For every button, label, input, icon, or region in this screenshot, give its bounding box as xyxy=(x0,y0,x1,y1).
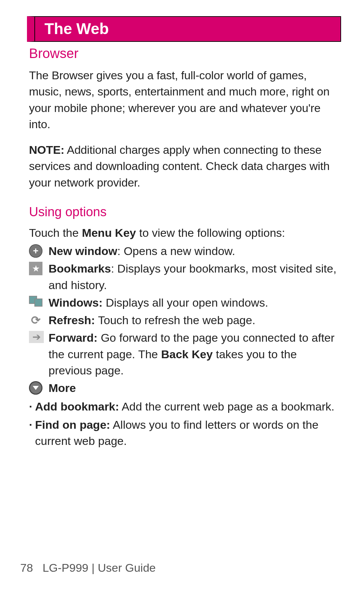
option-desc: Opens a new window. xyxy=(124,245,235,257)
forward-icon: ➔ xyxy=(29,331,44,344)
option-more: More xyxy=(29,380,341,396)
option-label: New window xyxy=(49,245,117,257)
menu-key-label: Menu Key xyxy=(82,226,136,239)
bullet-label: Find on page: xyxy=(35,418,110,431)
bullet-find-on-page: · Find on page: Allows you to find lette… xyxy=(29,417,341,449)
section-heading-browser: Browser xyxy=(29,46,341,61)
page-number: 78 xyxy=(20,561,33,574)
doc-title: User Guide xyxy=(98,561,156,574)
option-label: Bookmarks xyxy=(49,262,111,275)
refresh-icon: ⟳ xyxy=(29,313,44,327)
bookmark-icon: ★ xyxy=(29,262,44,275)
option-label: Forward: xyxy=(49,331,97,344)
back-key-label: Back Key xyxy=(161,348,213,361)
new-window-icon: + xyxy=(29,244,44,258)
bullet-dot-icon: · xyxy=(29,417,35,433)
chapter-title: The Web xyxy=(44,20,332,38)
page-content: The Web Browser The Browser gives you a … xyxy=(0,0,364,449)
bullet-desc: Add the current web page as a bookmark. xyxy=(119,400,334,413)
browser-note-paragraph: NOTE: Additional charges apply when conn… xyxy=(29,142,341,191)
option-windows: Windows: Displays all your open windows. xyxy=(29,294,341,311)
options-intro-pre: Touch the xyxy=(29,226,82,239)
option-bookmarks: ★ Bookmarks: Displays your bookmarks, mo… xyxy=(29,260,341,293)
chapter-header-bar: The Web xyxy=(27,16,341,42)
page-footer: 78 LG-P999 | User Guide xyxy=(0,561,364,574)
section-heading-using-options: Using options xyxy=(29,205,341,219)
options-intro-post: to view the following options: xyxy=(136,226,285,239)
device-model: LG-P999 xyxy=(42,561,88,574)
option-desc: Touch to refresh the web page. xyxy=(98,314,255,327)
note-label: NOTE: xyxy=(29,143,64,156)
browser-intro-paragraph: The Browser gives you a fast, full-color… xyxy=(29,67,341,132)
option-label: Windows: xyxy=(49,296,102,309)
bullet-label: Add bookmark: xyxy=(35,400,119,413)
option-forward: ➔ Forward: Go forward to the page you co… xyxy=(29,330,341,378)
more-icon xyxy=(29,381,44,395)
bullet-dot-icon: · xyxy=(29,398,35,415)
bullet-add-bookmark: · Add bookmark: Add the current web page… xyxy=(29,398,341,415)
option-label: More xyxy=(49,381,76,394)
option-desc: Displays all your open windows. xyxy=(106,296,268,309)
windows-icon xyxy=(29,296,44,309)
note-text: Additional charges apply when connecting… xyxy=(29,143,330,189)
footer-separator: | xyxy=(88,561,98,574)
options-intro: Touch the Menu Key to view the following… xyxy=(29,225,341,241)
option-new-window: + New window: Opens a new window. xyxy=(29,243,341,259)
option-refresh: ⟳ Refresh: Touch to refresh the web page… xyxy=(29,312,341,328)
option-label: Refresh: xyxy=(49,314,95,327)
